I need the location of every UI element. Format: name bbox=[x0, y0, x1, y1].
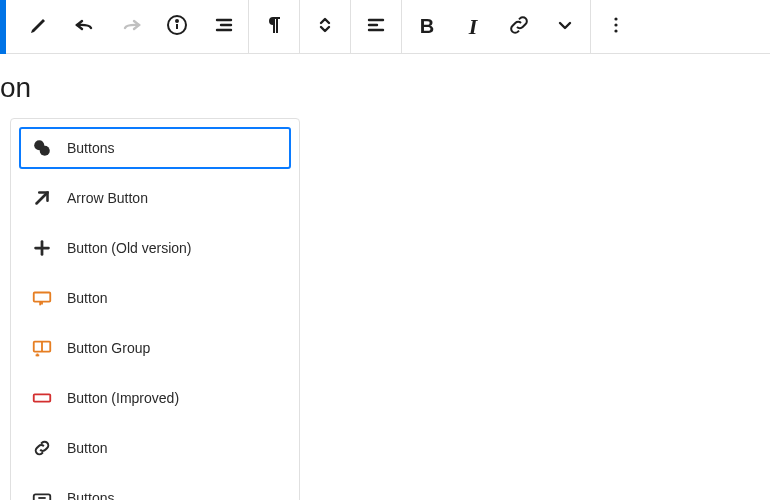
paragraph-icon bbox=[262, 13, 286, 40]
chevron-updown-icon bbox=[313, 13, 337, 40]
toolbar-group-4 bbox=[351, 0, 402, 53]
pencil-icon bbox=[27, 13, 51, 40]
chevron-down-icon bbox=[553, 13, 577, 40]
undo-icon bbox=[73, 13, 97, 40]
block-option-label: Button bbox=[67, 290, 107, 306]
buttons-block-icon bbox=[31, 137, 53, 159]
outline-button[interactable] bbox=[206, 3, 240, 51]
edit-button[interactable] bbox=[22, 3, 56, 51]
arrow-upright-icon bbox=[31, 187, 53, 209]
link-button[interactable] bbox=[502, 3, 536, 51]
block-option-buttons-outline[interactable]: Buttons bbox=[19, 477, 291, 500]
block-option-buttons[interactable]: Buttons bbox=[19, 127, 291, 169]
button-rect-icon bbox=[31, 287, 53, 309]
block-option-label: Buttons bbox=[67, 490, 114, 500]
block-option-button-orange[interactable]: Button bbox=[19, 277, 291, 319]
move-button[interactable] bbox=[308, 3, 342, 51]
undo-button[interactable] bbox=[68, 3, 102, 51]
toolbar-group-1 bbox=[0, 0, 249, 53]
svg-point-13 bbox=[40, 146, 50, 156]
button-improved-icon bbox=[31, 387, 53, 409]
more-options-button[interactable] bbox=[599, 3, 633, 51]
redo-button[interactable] bbox=[114, 3, 148, 51]
toolbar-group-2 bbox=[249, 0, 300, 53]
bold-button[interactable]: B bbox=[410, 3, 444, 51]
svg-point-10 bbox=[614, 23, 617, 26]
bold-icon: B bbox=[420, 15, 434, 38]
content-area: on Buttons Arrow Button Button (Old vers… bbox=[0, 54, 770, 500]
info-icon bbox=[165, 13, 189, 40]
block-option-label: Button (Improved) bbox=[67, 390, 179, 406]
block-inserter-popup: Buttons Arrow Button Button (Old version… bbox=[10, 118, 300, 500]
more-formatting-button[interactable] bbox=[548, 3, 582, 51]
block-option-label: Button Group bbox=[67, 340, 150, 356]
align-left-icon bbox=[364, 13, 388, 40]
paragraph-button[interactable] bbox=[257, 3, 291, 51]
block-option-arrow-button[interactable]: Arrow Button bbox=[19, 177, 291, 219]
svg-point-11 bbox=[614, 29, 617, 32]
block-option-button-old[interactable]: Button (Old version) bbox=[19, 227, 291, 269]
svg-rect-17 bbox=[34, 293, 51, 302]
svg-line-14 bbox=[37, 193, 48, 204]
list-outline-icon bbox=[211, 13, 235, 40]
align-button[interactable] bbox=[359, 3, 393, 51]
block-option-label: Button (Old version) bbox=[67, 240, 192, 256]
button-group-icon bbox=[31, 337, 53, 359]
info-button[interactable] bbox=[160, 3, 194, 51]
block-option-label: Arrow Button bbox=[67, 190, 148, 206]
toolbar-group-3 bbox=[300, 0, 351, 53]
buttons-outline-icon bbox=[31, 487, 53, 500]
svg-point-9 bbox=[614, 17, 617, 20]
toolbar-group-5: B I bbox=[402, 0, 591, 53]
redo-icon bbox=[119, 13, 143, 40]
italic-button[interactable]: I bbox=[456, 3, 490, 51]
italic-icon: I bbox=[469, 14, 478, 40]
plus-icon bbox=[31, 237, 53, 259]
chain-link-icon bbox=[31, 437, 53, 459]
toolbar-group-6 bbox=[591, 0, 641, 53]
block-color-indicator bbox=[0, 0, 6, 54]
toolbar: B I bbox=[0, 0, 770, 54]
block-option-button-group[interactable]: Button Group bbox=[19, 327, 291, 369]
page-title-fragment: on bbox=[0, 72, 770, 104]
block-option-label: Button bbox=[67, 440, 107, 456]
block-option-button-link[interactable]: Button bbox=[19, 427, 291, 469]
kebab-icon bbox=[604, 13, 628, 40]
svg-point-2 bbox=[176, 20, 178, 22]
block-option-button-improved[interactable]: Button (Improved) bbox=[19, 377, 291, 419]
link-icon bbox=[507, 13, 531, 40]
block-option-label: Buttons bbox=[67, 140, 114, 156]
svg-rect-25 bbox=[34, 394, 51, 401]
